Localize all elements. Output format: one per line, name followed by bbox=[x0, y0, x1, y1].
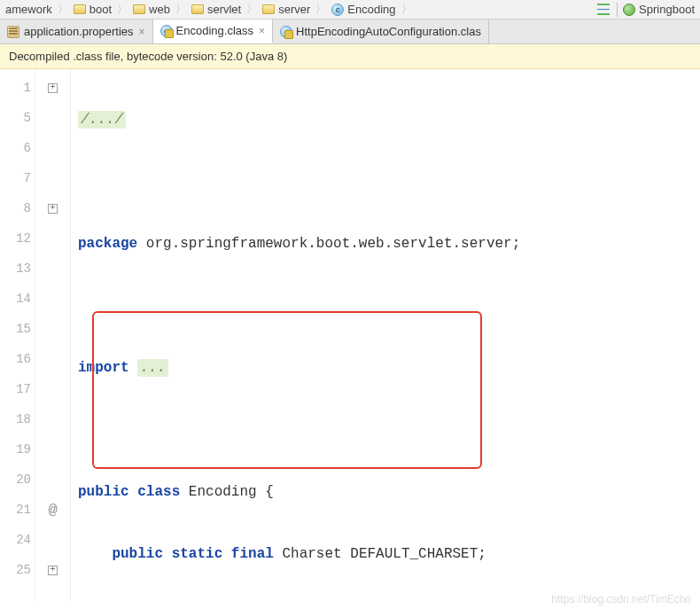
watermark: https://blog.csdn.net/TimEcho bbox=[551, 593, 691, 605]
properties-file-icon bbox=[7, 26, 19, 38]
line-number-gutter: 1 5 6 7 8 12 13 14 15 16 17 18 19 20 21 … bbox=[0, 69, 35, 602]
code-content[interactable]: /.../ package org.springframework.boot.w… bbox=[71, 69, 700, 602]
close-icon[interactable]: × bbox=[139, 26, 145, 38]
chevron-right-icon: 〉 bbox=[245, 2, 259, 17]
scroll-from-source-icon[interactable] bbox=[597, 3, 611, 17]
fold-expand-icon[interactable]: + bbox=[48, 204, 58, 214]
editor-tabs: application.properties × c Encoding.clas… bbox=[0, 20, 700, 44]
breadcrumb-item-servlet[interactable]: servlet bbox=[188, 3, 245, 16]
folded-region[interactable]: /.../ bbox=[78, 111, 126, 129]
breadcrumb-bar: amework 〉 boot 〉 web 〉 servlet 〉 server … bbox=[0, 0, 700, 20]
tab-httpencoding-class[interactable]: c HttpEncodingAutoConfiguration.clas bbox=[273, 20, 489, 43]
chevron-right-icon: 〉 bbox=[400, 2, 414, 17]
breadcrumb-item-boot[interactable]: boot bbox=[70, 3, 115, 16]
fold-expand-icon[interactable]: + bbox=[48, 83, 58, 93]
tab-application-properties[interactable]: application.properties × bbox=[0, 20, 153, 43]
folded-region[interactable]: ... bbox=[137, 359, 168, 377]
run-config-selector[interactable]: Springboot bbox=[623, 3, 695, 16]
fold-expand-icon[interactable]: + bbox=[48, 566, 58, 575]
folder-icon bbox=[133, 4, 145, 14]
class-icon: c bbox=[280, 26, 292, 38]
breadcrumb-item-amework[interactable]: amework bbox=[2, 3, 56, 16]
chevron-right-icon: 〉 bbox=[56, 2, 70, 17]
close-icon[interactable]: × bbox=[259, 25, 265, 37]
override-marker-icon[interactable]: @ bbox=[48, 502, 57, 519]
spring-leaf-icon bbox=[623, 4, 635, 16]
class-icon: c bbox=[331, 4, 344, 16]
chevron-right-icon: 〉 bbox=[115, 2, 129, 17]
folder-icon bbox=[191, 4, 204, 14]
fold-gutter: + + @ + bbox=[35, 69, 71, 602]
folder-icon bbox=[262, 4, 275, 14]
class-icon: c bbox=[160, 25, 173, 37]
breadcrumb-item-web[interactable]: web bbox=[129, 3, 174, 16]
folder-icon bbox=[74, 4, 86, 14]
highlight-annotation bbox=[92, 311, 482, 469]
breadcrumb-item-server[interactable]: server bbox=[259, 3, 314, 16]
chevron-right-icon: 〉 bbox=[314, 2, 328, 17]
tab-encoding-class[interactable]: c Encoding.class × bbox=[153, 20, 273, 43]
separator bbox=[617, 3, 618, 17]
chevron-right-icon: 〉 bbox=[174, 2, 188, 17]
breadcrumb-item-encoding[interactable]: c Encoding bbox=[328, 3, 399, 16]
editor-area[interactable]: 1 5 6 7 8 12 13 14 15 16 17 18 19 20 21 … bbox=[0, 69, 700, 602]
decompiled-banner: Decompiled .class file, bytecode version… bbox=[0, 44, 700, 69]
